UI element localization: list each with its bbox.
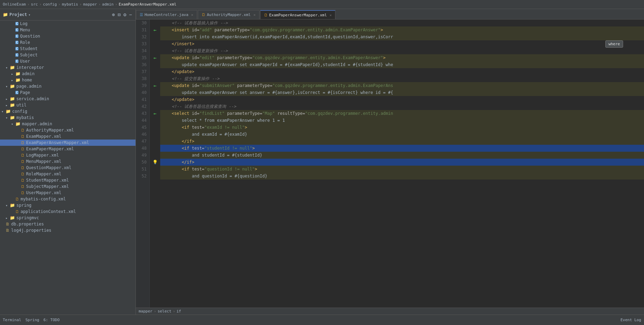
tree-item-log4j-props[interactable]: 🗎 log4j.properties [0,227,135,233]
gutter-37 [150,68,160,75]
tab-authority-mapper[interactable]: 🗋 AuthorityMapper.xml ✕ [198,10,259,19]
status-bar: Terminal Spring 6: TODO Event Log [0,315,644,325]
ln-31: 31 [136,26,149,33]
code-popup: where [605,40,623,48]
gutter-33 [150,40,160,47]
code-line-39: <update id="submitAnswer" parameterType=… [160,82,644,89]
ln-35: 35 [136,54,149,61]
tree-item-exam-mapper[interactable]: 🗋 ExamMapper.xml [0,133,135,140]
ln-38: 38 [136,75,149,82]
ln-52: 52 [136,173,149,180]
bc-mapper[interactable]: mapper [83,2,97,7]
xml-icon: 🗋 [21,134,25,139]
tab-close-authority[interactable]: ✕ [254,13,256,17]
tree-item-page-admin[interactable]: 📁 page.admin [0,83,135,89]
tree-item-role-mapper[interactable]: 🗋 RoleMapper.xml [0,171,135,177]
settings-icon[interactable]: ⚙ [123,11,127,18]
terminal-btn[interactable]: Terminal [3,318,21,322]
tree-item-question-mapper[interactable]: 🗋 QuestionMapper.xml [0,165,135,171]
arrow-icon-31[interactable]: ← [154,26,156,33]
tree-item-service-admin[interactable]: 📁 service.admin [0,96,135,102]
arrow-icon-39[interactable]: ← [154,82,156,89]
code-line-32: insert into examPaperAnswer(id,examPaper… [160,33,644,40]
tree-item-home-int[interactable]: 📁 home [0,77,135,83]
tree-item-student-mapper[interactable]: 🗋 StudentMapper.xml [0,177,135,183]
tree-item-log-mapper[interactable]: 🗋 LogMapper.xml [0,152,135,158]
bc-if[interactable]: if [177,309,181,314]
tree-item-util[interactable]: 📁 util [0,102,135,108]
tree-item-student[interactable]: C Student [0,46,135,52]
bottom-breadcrumb: mapper › select › if [136,308,644,315]
code-line-34: <!-- 试卷答题更新操作 --> [160,47,644,54]
tree-item-log[interactable]: C Log [0,21,135,27]
tree-item-subject-mapper[interactable]: 🗋 SubjectMapper.xml [0,183,135,190]
ln-36: 36 [136,61,149,68]
bulb-icon-50[interactable]: 💡 [153,159,158,166]
tree-item-exam-paper-answer-mapper[interactable]: 🗋 ExamPaperAnswerMapper.xml [0,140,135,146]
bc-select[interactable]: select [157,309,171,314]
tree-item-mybatis-config[interactable]: 🗋 mybatis-config.xml [0,196,135,202]
tree-item-authority-mapper[interactable]: 🗋 AuthorityMapper.xml [0,127,135,133]
tree-item-menu[interactable]: C Menu [0,27,135,33]
gutter-43: ← [150,110,160,117]
arrow-icon-35[interactable]: ← [154,54,156,61]
tree-item-subject[interactable]: C Subject [0,52,135,58]
tree-item-page-class[interactable]: C Page [0,89,135,96]
props-icon: 🗎 [6,222,10,227]
tree-item-exam-paper-mapper[interactable]: 🗋 ExamPaperMapper.xml [0,146,135,152]
ln-41: 41 [136,96,149,103]
ln-43: 43 [136,110,149,117]
code-line-35: <update id="edit" parameterType="com.gqz… [160,54,644,61]
sidebar-toolbar: ⊕ ⊟ ⚙ − [111,11,133,18]
tree-item-role[interactable]: C Role [0,39,135,46]
tree-item-admin-int[interactable]: 📁 admin [0,71,135,77]
code-line-47: </if> [160,138,644,145]
locate-icon[interactable]: ⊕ [111,11,115,18]
bc-admin[interactable]: admin [102,2,114,7]
tree-item-question[interactable]: C Question [0,33,135,39]
ln-46: 46 [136,131,149,138]
tree-item-mapper-admin[interactable]: 📁 mapper.admin [0,121,135,127]
tree-item-mybatis[interactable]: 📁 mybatis [0,114,135,121]
tree-item-user[interactable]: C User [0,58,135,64]
collapse-icon[interactable]: ⊟ [117,11,121,18]
spring-btn[interactable]: Spring [25,318,39,322]
tree-item-config[interactable]: 📁 config [0,108,135,114]
tab-close-exam[interactable]: ✕ [329,13,332,17]
class-icon: C [15,22,18,25]
bc-src[interactable]: src [31,2,38,7]
event-log-btn[interactable]: Event Log [620,318,641,322]
tree-item-interceptor[interactable]: 📁 interceptor [0,64,135,71]
gutter-31: ← [150,26,160,33]
tab-exam-paper-answer[interactable]: 🗋 ExamPaperAnswerMapper.xml ✕ [260,10,336,19]
todo-btn[interactable]: 6: TODO [44,318,60,322]
folder-icon: 📁 [10,203,15,208]
tree-item-menu-mapper[interactable]: 🗋 MenuMapper.xml [0,158,135,165]
code-line-41: </update> [160,96,644,103]
tree-item-springmvc[interactable]: 📁 springmvc [0,215,135,221]
code-line-48: <if test="studentId != null"> [160,145,644,152]
arrow-icon-43[interactable]: ← [154,110,156,117]
code-lines[interactable]: <!-- 试卷答题插入操作 --> <insert id="add" param… [160,19,644,308]
bc-project[interactable]: OnlineExam [3,2,26,7]
tree-item-app-context[interactable]: 🗋 applicationContext.xml [0,208,135,215]
gutter-41 [150,96,160,103]
class-icon: C [15,60,18,63]
close-sidebar-icon[interactable]: − [129,11,133,18]
tree-item-user-mapper[interactable]: 🗋 UserMapper.xml [0,190,135,196]
folder-icon: 📁 [15,78,21,82]
bc-config[interactable]: config [43,2,57,7]
bc-mapper[interactable]: mapper [139,309,153,314]
class-icon: C [15,41,18,44]
ln-40: 40 [136,89,149,96]
code-area[interactable]: where 30 31 32 33 34 35 36 37 38 39 40 4… [136,19,644,308]
tree-item-spring[interactable]: 📁 spring [0,202,135,208]
tab-close-home[interactable]: ✕ [191,13,193,17]
bc-mybatis[interactable]: mybatis [62,2,78,7]
class-icon: C [15,47,18,50]
folder-icon: 📁 [10,215,15,220]
gutter-35: ← [150,54,160,61]
dropdown-icon[interactable]: ▾ [29,13,31,17]
tab-home-controller[interactable]: ☰ HomeController.java ✕ [136,10,197,19]
tree-item-db-props[interactable]: 🗎 db.properties [0,221,135,227]
